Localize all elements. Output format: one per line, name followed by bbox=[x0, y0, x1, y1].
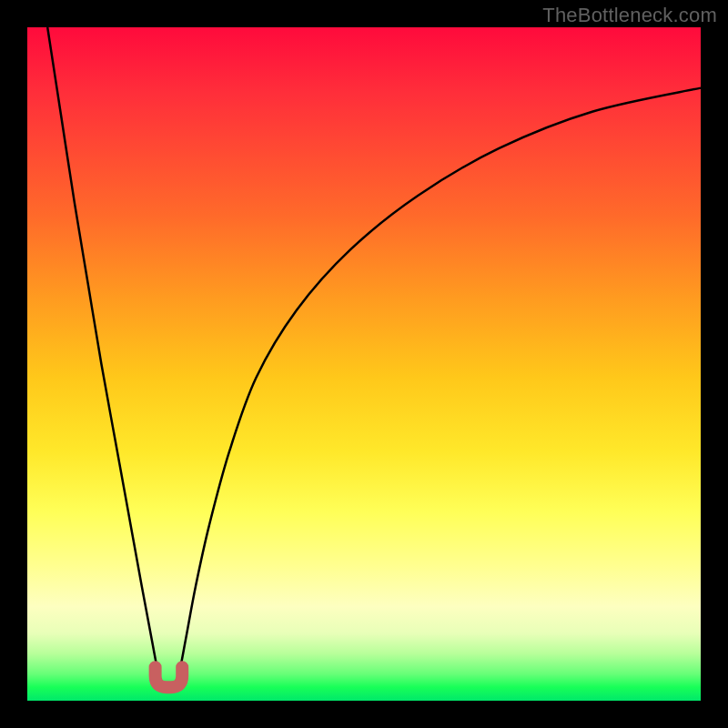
curve-layer bbox=[27, 27, 701, 701]
sweet-spot-marker bbox=[156, 667, 183, 687]
watermark-text: TheBottleneck.com bbox=[542, 4, 717, 27]
bottleneck-curve bbox=[47, 27, 701, 689]
chart-frame: TheBottleneck.com bbox=[0, 0, 728, 728]
